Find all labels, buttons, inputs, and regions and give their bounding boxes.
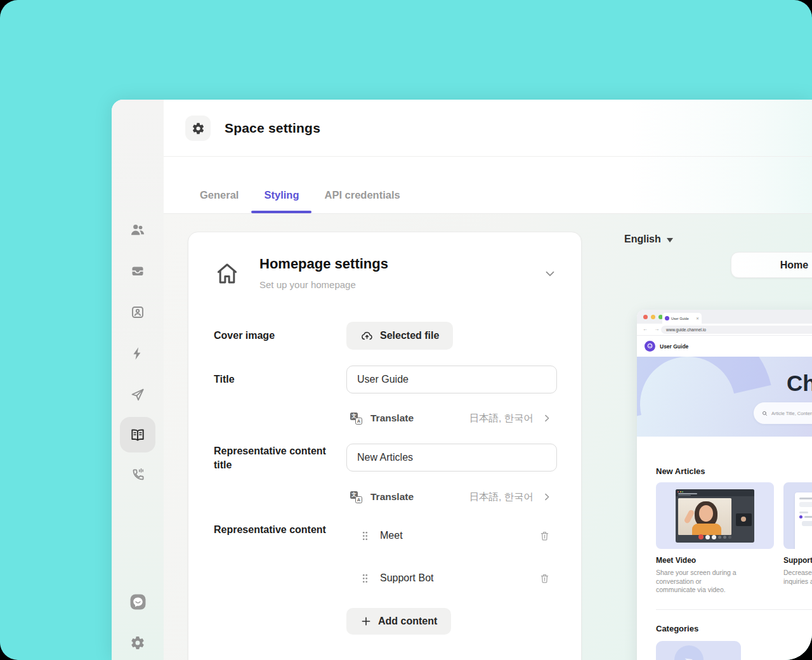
traffic-lights-icon [643, 315, 663, 319]
paper-plane-icon [130, 387, 145, 402]
cloud-upload-icon [360, 329, 374, 343]
delete-content-button[interactable] [539, 572, 551, 584]
preview-home-tab[interactable]: Home [731, 252, 812, 278]
language-select[interactable]: English [624, 234, 673, 245]
sidebar-item-voice-call[interactable] [120, 457, 155, 492]
category-card: ➤ [656, 641, 741, 660]
sidebar-item-contacts[interactable] [120, 294, 155, 330]
trash-icon [539, 530, 551, 542]
tab-close-icon: ✕ [696, 317, 699, 320]
paper-plane-icon: ➤ [683, 653, 695, 660]
content-item-row: Meet [346, 522, 557, 550]
sidebar-item-campaigns[interactable] [120, 377, 155, 412]
sidebar-item-automation[interactable] [120, 336, 155, 371]
drag-handle-icon[interactable] [360, 572, 370, 584]
inbox-icon [130, 263, 145, 279]
page-title: Space settings [225, 121, 320, 136]
article-card: Meet Video Share your screen during a co… [656, 482, 774, 595]
sidebar [112, 100, 164, 660]
article-card: Support Bot Decrease repetitive inquirie… [783, 482, 812, 586]
sidebar-item-settings[interactable] [120, 625, 155, 660]
article-description: Decrease repetitive inquiries automatica… [783, 569, 812, 586]
home-tab-label: Home [780, 260, 808, 271]
article-thumbnail [656, 482, 774, 549]
section-divider [656, 609, 812, 610]
trash-icon [539, 572, 551, 584]
chevron-right-icon [542, 492, 552, 502]
chat-window-mockup [795, 492, 812, 549]
app-window: Space settings General Styling API crede… [112, 100, 812, 660]
card-subtitle: Set up your homepage [259, 279, 356, 290]
language-value: English [624, 234, 661, 245]
content-item-label: Meet [380, 530, 403, 541]
book-icon [129, 426, 146, 443]
home-icon [214, 260, 240, 287]
preview-site-title: User Guide [660, 343, 688, 350]
article-title: Meet Video [656, 556, 774, 565]
tab-api-credentials[interactable]: API credentials [311, 176, 412, 213]
site-logo-icon [645, 341, 655, 352]
card-title: Homepage settings [259, 256, 388, 272]
translate-icon: 文A [350, 491, 362, 503]
contacts-icon [130, 305, 145, 320]
phone-voice-icon [130, 467, 145, 482]
preview-search-bar: Article Title, Content [754, 402, 812, 424]
main-panel: Space settings General Styling API crede… [164, 100, 812, 660]
browser-url-bar: ← → www.guide.channel.io [637, 324, 812, 336]
rep-content-title-input[interactable] [346, 444, 557, 472]
rep-content-title-label: Representative content title [214, 444, 331, 472]
translate-languages: 日本語, 한국어 [469, 412, 534, 425]
content-item-row: Support Bot [346, 564, 557, 592]
lightning-icon [130, 346, 145, 361]
title-label: Title [214, 373, 331, 386]
tab-styling[interactable]: Styling [251, 176, 311, 213]
article-description: Share your screen during a conversation … [656, 569, 774, 595]
tab-bar: General Styling API credentials [164, 157, 812, 214]
sidebar-item-team[interactable] [120, 212, 155, 248]
article-thumbnail [783, 482, 812, 549]
add-content-button[interactable]: Add content [346, 608, 451, 635]
rep-content-label: Representative content [214, 523, 331, 537]
hero-decoration [637, 357, 806, 437]
translate-languages: 日本語, 한국어 [469, 491, 534, 504]
article-title: Support Bot [783, 556, 812, 565]
chevron-right-icon [542, 413, 552, 423]
translate-row-rep-title[interactable]: 文A Translate 日本語, 한국어 [346, 484, 557, 510]
add-content-label: Add content [378, 616, 437, 627]
sidebar-item-user-guide[interactable] [120, 417, 155, 452]
drag-handle-icon[interactable] [360, 530, 370, 542]
browser-chrome: User Guide ✕ [637, 310, 812, 324]
search-placeholder: Article Title, Content [771, 411, 812, 416]
chevron-down-icon[interactable] [543, 267, 557, 280]
browser-preview: User Guide ✕ ← → www.guide.channel.io [637, 310, 812, 660]
content-area: Homepage settings Set up your homepage C… [164, 214, 812, 660]
translate-icon: 文A [350, 412, 362, 425]
favicon-icon [665, 316, 669, 320]
caret-down-icon [667, 238, 673, 242]
tab-general[interactable]: General [187, 176, 251, 213]
hero-heading: Cha [787, 371, 812, 396]
sidebar-item-inbox[interactable] [120, 253, 155, 289]
translate-label: Translate [370, 412, 414, 424]
title-input[interactable] [346, 366, 557, 393]
teal-backdrop: Space settings General Styling API crede… [0, 0, 812, 660]
category-icon: ➤ [674, 645, 704, 660]
browser-tab-title: User Guide [671, 317, 689, 320]
gear-icon [192, 122, 205, 135]
selected-file-label: Selected file [380, 330, 439, 341]
homepage-settings-card: Homepage settings Set up your homepage C… [188, 232, 582, 660]
gear-icon [130, 635, 145, 650]
search-icon [762, 411, 768, 416]
sidebar-item-channel-home[interactable] [120, 584, 155, 619]
preview-site-header: User Guide [637, 336, 812, 357]
space-settings-icon-chip [185, 116, 211, 141]
new-articles-heading: New Articles [656, 466, 705, 476]
browser-url: www.guide.channel.io [661, 326, 812, 334]
content-item-label: Support Bot [380, 572, 434, 584]
delete-content-button[interactable] [539, 530, 551, 542]
page-header: Space settings [164, 100, 812, 157]
video-call-mockup [676, 489, 754, 543]
selected-file-button[interactable]: Selected file [346, 322, 453, 350]
translate-row-title[interactable]: 文A Translate 日本語, 한국어 [346, 406, 557, 431]
preview-hero: Cha Article Title, Content [637, 357, 812, 437]
